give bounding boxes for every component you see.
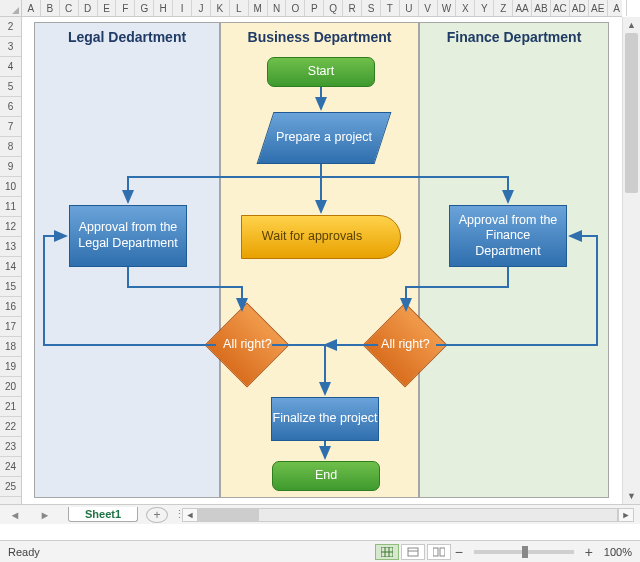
svg-rect-9 xyxy=(433,548,438,556)
row-header[interactable]: 18 xyxy=(0,337,21,357)
column-header[interactable]: AB xyxy=(532,0,551,16)
column-header[interactable]: O xyxy=(286,0,305,16)
page-layout-icon xyxy=(407,547,419,557)
scroll-down-icon[interactable]: ▼ xyxy=(623,488,640,504)
row-header[interactable]: 5 xyxy=(0,77,21,97)
svg-rect-7 xyxy=(408,548,418,556)
row-header[interactable]: 9 xyxy=(0,157,21,177)
delay-wait[interactable]: Wait for approvals xyxy=(241,215,401,259)
column-header[interactable]: V xyxy=(419,0,438,16)
column-header[interactable]: K xyxy=(211,0,230,16)
process-approval-finance[interactable]: Approval from the Finance Department xyxy=(449,205,567,267)
column-header[interactable]: Q xyxy=(324,0,343,16)
select-all-corner[interactable] xyxy=(0,0,22,17)
column-header[interactable]: T xyxy=(381,0,400,16)
tab-nav-buttons[interactable]: ◄► xyxy=(0,509,60,521)
column-header[interactable]: W xyxy=(438,0,457,16)
column-header[interactable]: J xyxy=(192,0,211,16)
tab-split-grip[interactable]: ⋮ xyxy=(174,508,182,521)
zoom-in-button[interactable]: + xyxy=(582,545,596,559)
row-header[interactable]: 8 xyxy=(0,137,21,157)
row-header[interactable]: 3 xyxy=(0,37,21,57)
sheet-tab-sheet1[interactable]: Sheet1 xyxy=(68,507,138,522)
row-header[interactable]: 14 xyxy=(0,257,21,277)
swimlane-legal-title: Legal Dedartment xyxy=(35,23,219,55)
row-header[interactable]: 4 xyxy=(0,57,21,77)
row-header[interactable]: 21 xyxy=(0,397,21,417)
terminator-start[interactable]: Start xyxy=(267,57,375,87)
column-header[interactable]: Y xyxy=(475,0,494,16)
zoom-out-button[interactable]: − xyxy=(452,545,466,559)
row-header[interactable]: 10 xyxy=(0,177,21,197)
vscroll-thumb[interactable] xyxy=(625,33,638,193)
scroll-up-icon[interactable]: ▲ xyxy=(623,17,640,33)
column-header[interactable]: G xyxy=(135,0,154,16)
swimlane-finance-title: Finance Department xyxy=(420,23,608,55)
column-header[interactable]: I xyxy=(173,0,192,16)
view-page-break-button[interactable] xyxy=(427,544,451,560)
svg-rect-10 xyxy=(440,548,445,556)
view-page-layout-button[interactable] xyxy=(401,544,425,560)
column-header[interactable]: AA xyxy=(513,0,532,16)
column-headers: ABCDEFGHIJKLMNOPQRSTUVWXYZAAABACADAEA xyxy=(22,0,622,17)
column-header[interactable]: AD xyxy=(570,0,589,16)
column-header[interactable]: AC xyxy=(551,0,570,16)
column-header[interactable]: P xyxy=(305,0,324,16)
row-header[interactable]: 13 xyxy=(0,237,21,257)
hscroll-thumb[interactable] xyxy=(199,509,259,521)
column-header[interactable]: M xyxy=(249,0,268,16)
vertical-scrollbar[interactable]: ▲ ▼ xyxy=(622,17,640,504)
column-header[interactable]: F xyxy=(116,0,135,16)
column-header[interactable]: A xyxy=(22,0,41,16)
terminator-end[interactable]: End xyxy=(272,461,380,491)
column-header[interactable]: U xyxy=(400,0,419,16)
process-finalize[interactable]: Finalize the project xyxy=(271,397,379,441)
horizontal-scrollbar[interactable] xyxy=(198,508,618,522)
row-header[interactable]: 11 xyxy=(0,197,21,217)
row-header[interactable]: 25 xyxy=(0,477,21,497)
row-header[interactable]: 15 xyxy=(0,277,21,297)
sheet-tab-strip: ◄► Sheet1 + ⋮ ◄ ► xyxy=(0,504,640,524)
status-ready: Ready xyxy=(8,546,40,558)
hscroll-left-button[interactable]: ◄ xyxy=(182,508,198,522)
row-header[interactable]: 16 xyxy=(0,297,21,317)
column-header[interactable]: H xyxy=(154,0,173,16)
column-header[interactable]: B xyxy=(41,0,60,16)
row-header[interactable]: 19 xyxy=(0,357,21,377)
grid-icon xyxy=(381,547,393,557)
column-header[interactable]: R xyxy=(343,0,362,16)
column-header[interactable]: E xyxy=(98,0,117,16)
column-header[interactable]: AE xyxy=(589,0,608,16)
row-headers: 2345678910111213141516171819202122232425 xyxy=(0,17,22,504)
column-header[interactable]: C xyxy=(60,0,79,16)
column-header[interactable]: X xyxy=(456,0,475,16)
swimlane-business-title: Business Department xyxy=(221,23,418,55)
row-header[interactable]: 7 xyxy=(0,117,21,137)
page-break-icon xyxy=(433,547,445,557)
zoom-level[interactable]: 100% xyxy=(604,546,632,558)
column-header[interactable]: N xyxy=(268,0,287,16)
zoom-slider[interactable] xyxy=(474,550,574,554)
process-approval-legal[interactable]: Approval from the Legal Department xyxy=(69,205,187,267)
column-header[interactable]: D xyxy=(79,0,98,16)
row-header[interactable]: 20 xyxy=(0,377,21,397)
column-header[interactable]: S xyxy=(362,0,381,16)
hscroll-right-button[interactable]: ► xyxy=(618,508,634,522)
row-header[interactable]: 6 xyxy=(0,97,21,117)
row-header[interactable]: 23 xyxy=(0,437,21,457)
column-header[interactable]: A xyxy=(608,0,627,16)
column-header[interactable]: Z xyxy=(494,0,513,16)
column-header[interactable]: L xyxy=(230,0,249,16)
row-header[interactable]: 2 xyxy=(0,17,21,37)
row-header[interactable]: 22 xyxy=(0,417,21,437)
process-prepare[interactable]: Prepare a project xyxy=(257,112,392,164)
view-normal-button[interactable] xyxy=(375,544,399,560)
worksheet-canvas[interactable]: Legal Dedartment Business Department Fin… xyxy=(22,17,622,504)
zoom-slider-knob[interactable] xyxy=(522,546,528,558)
row-header[interactable]: 12 xyxy=(0,217,21,237)
row-header[interactable]: 17 xyxy=(0,317,21,337)
row-header[interactable]: 24 xyxy=(0,457,21,477)
add-sheet-button[interactable]: + xyxy=(146,507,168,523)
status-bar: Ready − + 100% xyxy=(0,540,640,562)
